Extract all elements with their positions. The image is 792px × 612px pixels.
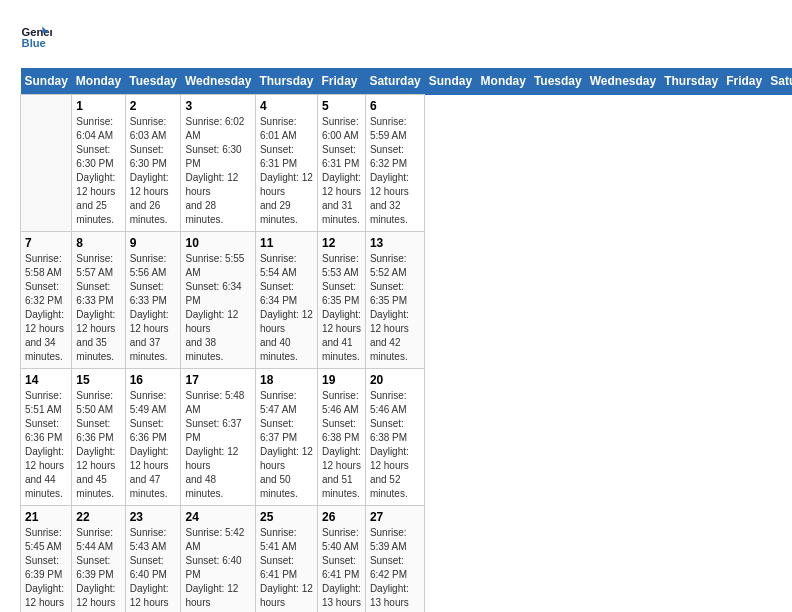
day-info: Sunrise: 5:46 AM Sunset: 6:38 PM Dayligh…	[370, 389, 420, 501]
calendar-table: SundayMondayTuesdayWednesdayThursdayFrid…	[20, 68, 792, 612]
calendar-cell: 24Sunrise: 5:42 AM Sunset: 6:40 PM Dayli…	[181, 506, 255, 613]
day-number: 26	[322, 510, 361, 524]
day-info: Sunrise: 5:45 AM Sunset: 6:39 PM Dayligh…	[25, 526, 67, 612]
day-info: Sunrise: 5:59 AM Sunset: 6:32 PM Dayligh…	[370, 115, 420, 227]
calendar-cell: 6Sunrise: 5:59 AM Sunset: 6:32 PM Daylig…	[365, 95, 424, 232]
calendar-cell: 4Sunrise: 6:01 AM Sunset: 6:31 PM Daylig…	[255, 95, 317, 232]
day-number: 2	[130, 99, 177, 113]
weekday-header: Tuesday	[125, 68, 181, 95]
calendar-cell: 22Sunrise: 5:44 AM Sunset: 6:39 PM Dayli…	[72, 506, 125, 613]
calendar-cell: 27Sunrise: 5:39 AM Sunset: 6:42 PM Dayli…	[365, 506, 424, 613]
day-info: Sunrise: 5:50 AM Sunset: 6:36 PM Dayligh…	[76, 389, 120, 501]
weekday-header: Monday	[477, 68, 530, 95]
day-number: 10	[185, 236, 250, 250]
calendar-cell: 17Sunrise: 5:48 AM Sunset: 6:37 PM Dayli…	[181, 369, 255, 506]
weekday-header: Thursday	[255, 68, 317, 95]
day-number: 9	[130, 236, 177, 250]
day-number: 16	[130, 373, 177, 387]
day-number: 4	[260, 99, 313, 113]
day-number: 25	[260, 510, 313, 524]
weekday-header: Sunday	[425, 68, 477, 95]
calendar-cell: 20Sunrise: 5:46 AM Sunset: 6:38 PM Dayli…	[365, 369, 424, 506]
day-info: Sunrise: 5:51 AM Sunset: 6:36 PM Dayligh…	[25, 389, 67, 501]
calendar-cell: 1Sunrise: 6:04 AM Sunset: 6:30 PM Daylig…	[72, 95, 125, 232]
day-info: Sunrise: 5:46 AM Sunset: 6:38 PM Dayligh…	[322, 389, 361, 501]
header-row: SundayMondayTuesdayWednesdayThursdayFrid…	[21, 68, 793, 95]
calendar-cell: 18Sunrise: 5:47 AM Sunset: 6:37 PM Dayli…	[255, 369, 317, 506]
weekday-header: Saturday	[766, 68, 792, 95]
logo-icon: General Blue	[20, 20, 52, 52]
calendar-cell: 12Sunrise: 5:53 AM Sunset: 6:35 PM Dayli…	[317, 232, 365, 369]
calendar-cell: 19Sunrise: 5:46 AM Sunset: 6:38 PM Dayli…	[317, 369, 365, 506]
day-info: Sunrise: 5:52 AM Sunset: 6:35 PM Dayligh…	[370, 252, 420, 364]
day-number: 15	[76, 373, 120, 387]
calendar-week-row: 1Sunrise: 6:04 AM Sunset: 6:30 PM Daylig…	[21, 95, 793, 232]
weekday-header: Monday	[72, 68, 125, 95]
day-number: 7	[25, 236, 67, 250]
day-number: 23	[130, 510, 177, 524]
day-number: 12	[322, 236, 361, 250]
calendar-cell: 7Sunrise: 5:58 AM Sunset: 6:32 PM Daylig…	[21, 232, 72, 369]
weekday-header: Wednesday	[586, 68, 660, 95]
calendar-cell: 11Sunrise: 5:54 AM Sunset: 6:34 PM Dayli…	[255, 232, 317, 369]
day-info: Sunrise: 6:02 AM Sunset: 6:30 PM Dayligh…	[185, 115, 250, 227]
calendar-cell: 8Sunrise: 5:57 AM Sunset: 6:33 PM Daylig…	[72, 232, 125, 369]
day-info: Sunrise: 5:56 AM Sunset: 6:33 PM Dayligh…	[130, 252, 177, 364]
weekday-header: Friday	[722, 68, 766, 95]
page-header: General Blue	[20, 20, 772, 52]
calendar-cell: 14Sunrise: 5:51 AM Sunset: 6:36 PM Dayli…	[21, 369, 72, 506]
calendar-cell: 16Sunrise: 5:49 AM Sunset: 6:36 PM Dayli…	[125, 369, 181, 506]
weekday-header: Thursday	[660, 68, 722, 95]
day-number: 11	[260, 236, 313, 250]
day-info: Sunrise: 5:41 AM Sunset: 6:41 PM Dayligh…	[260, 526, 313, 612]
calendar-cell	[21, 95, 72, 232]
svg-text:Blue: Blue	[22, 37, 46, 49]
day-info: Sunrise: 5:48 AM Sunset: 6:37 PM Dayligh…	[185, 389, 250, 501]
calendar-cell: 23Sunrise: 5:43 AM Sunset: 6:40 PM Dayli…	[125, 506, 181, 613]
day-info: Sunrise: 5:57 AM Sunset: 6:33 PM Dayligh…	[76, 252, 120, 364]
day-number: 13	[370, 236, 420, 250]
day-info: Sunrise: 5:39 AM Sunset: 6:42 PM Dayligh…	[370, 526, 420, 612]
calendar-cell: 21Sunrise: 5:45 AM Sunset: 6:39 PM Dayli…	[21, 506, 72, 613]
weekday-header: Saturday	[365, 68, 424, 95]
day-info: Sunrise: 5:58 AM Sunset: 6:32 PM Dayligh…	[25, 252, 67, 364]
day-info: Sunrise: 6:04 AM Sunset: 6:30 PM Dayligh…	[76, 115, 120, 227]
day-number: 8	[76, 236, 120, 250]
calendar-cell: 13Sunrise: 5:52 AM Sunset: 6:35 PM Dayli…	[365, 232, 424, 369]
logo: General Blue	[20, 20, 56, 52]
day-number: 3	[185, 99, 250, 113]
day-info: Sunrise: 5:47 AM Sunset: 6:37 PM Dayligh…	[260, 389, 313, 501]
day-info: Sunrise: 5:55 AM Sunset: 6:34 PM Dayligh…	[185, 252, 250, 364]
day-number: 21	[25, 510, 67, 524]
day-info: Sunrise: 5:43 AM Sunset: 6:40 PM Dayligh…	[130, 526, 177, 612]
calendar-cell: 15Sunrise: 5:50 AM Sunset: 6:36 PM Dayli…	[72, 369, 125, 506]
weekday-header: Wednesday	[181, 68, 255, 95]
day-number: 1	[76, 99, 120, 113]
day-info: Sunrise: 5:42 AM Sunset: 6:40 PM Dayligh…	[185, 526, 250, 612]
day-number: 6	[370, 99, 420, 113]
calendar-cell: 25Sunrise: 5:41 AM Sunset: 6:41 PM Dayli…	[255, 506, 317, 613]
day-info: Sunrise: 6:01 AM Sunset: 6:31 PM Dayligh…	[260, 115, 313, 227]
day-info: Sunrise: 5:49 AM Sunset: 6:36 PM Dayligh…	[130, 389, 177, 501]
day-number: 5	[322, 99, 361, 113]
day-number: 22	[76, 510, 120, 524]
day-number: 14	[25, 373, 67, 387]
day-info: Sunrise: 6:00 AM Sunset: 6:31 PM Dayligh…	[322, 115, 361, 227]
calendar-cell: 9Sunrise: 5:56 AM Sunset: 6:33 PM Daylig…	[125, 232, 181, 369]
weekday-header: Sunday	[21, 68, 72, 95]
calendar-week-row: 21Sunrise: 5:45 AM Sunset: 6:39 PM Dayli…	[21, 506, 793, 613]
day-number: 18	[260, 373, 313, 387]
calendar-cell: 2Sunrise: 6:03 AM Sunset: 6:30 PM Daylig…	[125, 95, 181, 232]
day-info: Sunrise: 5:53 AM Sunset: 6:35 PM Dayligh…	[322, 252, 361, 364]
day-info: Sunrise: 5:44 AM Sunset: 6:39 PM Dayligh…	[76, 526, 120, 612]
day-number: 20	[370, 373, 420, 387]
calendar-cell: 3Sunrise: 6:02 AM Sunset: 6:30 PM Daylig…	[181, 95, 255, 232]
weekday-header: Friday	[317, 68, 365, 95]
day-number: 19	[322, 373, 361, 387]
day-info: Sunrise: 5:40 AM Sunset: 6:41 PM Dayligh…	[322, 526, 361, 612]
calendar-cell: 26Sunrise: 5:40 AM Sunset: 6:41 PM Dayli…	[317, 506, 365, 613]
day-info: Sunrise: 5:54 AM Sunset: 6:34 PM Dayligh…	[260, 252, 313, 364]
calendar-cell: 10Sunrise: 5:55 AM Sunset: 6:34 PM Dayli…	[181, 232, 255, 369]
day-number: 17	[185, 373, 250, 387]
day-number: 27	[370, 510, 420, 524]
